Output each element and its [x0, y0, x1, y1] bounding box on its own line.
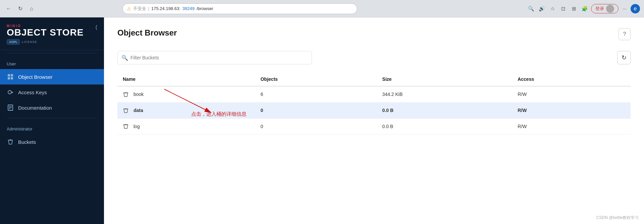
documentation-icon: [7, 104, 14, 111]
cell-name: log: [117, 118, 255, 134]
url-port: 39249: [182, 6, 195, 11]
bucket-table: Name Objects Size Access: [117, 72, 631, 134]
page-header: Object Browser ?: [117, 28, 631, 40]
logo-object-store: OBJECT STORE: [7, 28, 84, 37]
browser-actions: 🔍 🔊 ☆ ⊡ ⊞ 🧩 登录 ··· e: [527, 4, 640, 13]
sidebar-divider-top: [7, 53, 97, 53]
sidebar-item-access-keys[interactable]: Access Keys: [0, 85, 104, 100]
login-label: 登录: [595, 6, 604, 12]
object-browser-label: Object Browser: [18, 74, 53, 80]
back-button[interactable]: ←: [4, 4, 13, 13]
col-size: Size: [377, 72, 513, 86]
license-label: LICENSE: [22, 40, 37, 44]
url-base: 175.24.198.63:: [151, 6, 180, 11]
bucket-icon: [123, 107, 131, 114]
sidebar-divider-mid: [7, 118, 97, 118]
svg-rect-1: [11, 74, 13, 76]
access-keys-label: Access Keys: [18, 90, 47, 95]
watermark: CSDN @kettle教程学习: [596, 215, 639, 221]
cell-access-log: R/W: [512, 118, 631, 134]
buckets-label: Buckets: [18, 139, 36, 145]
warning-icon: ⚠: [127, 6, 131, 11]
cell-objects-data: 0: [255, 102, 377, 118]
read-aloud-icon[interactable]: 🔊: [537, 4, 547, 13]
address-bar[interactable]: ⚠ 不安全 | 175.24.198.63:39249/browser: [122, 3, 357, 14]
edge-icon: e: [631, 4, 640, 13]
table-row[interactable]: book 6 344.2 KiB R/W: [117, 86, 631, 102]
sidebar-header: MINIO OBJECT STORE AGPL LICENSE ⟨: [0, 17, 104, 50]
object-browser-icon: [7, 73, 14, 80]
sidebar-item-documentation[interactable]: Documentation: [0, 100, 104, 115]
page-title: Object Browser: [117, 28, 177, 38]
sidebar-item-buckets[interactable]: Buckets: [0, 134, 104, 150]
table-header: Name Objects Size Access: [117, 72, 631, 86]
home-button[interactable]: ⌂: [27, 4, 36, 13]
cell-name: book: [117, 86, 255, 102]
col-access: Access: [512, 72, 631, 86]
nav-buttons: ← ↻ ⌂: [4, 4, 36, 13]
access-keys-icon: [7, 89, 14, 96]
svg-rect-3: [11, 77, 13, 79]
cell-objects-log: 0: [255, 118, 377, 134]
extensions-icon[interactable]: 🧩: [580, 4, 590, 13]
cell-access-data: R/W: [512, 102, 631, 118]
svg-rect-2: [8, 77, 10, 79]
col-objects: Objects: [255, 72, 377, 86]
table-row[interactable]: data 0 0.0 B R/W: [117, 102, 631, 118]
main-content: Object Browser ? 🔍 ↻ Name Objects Size A…: [104, 17, 644, 224]
url-path: /browser: [197, 6, 213, 11]
login-button[interactable]: 登录: [591, 4, 619, 13]
table-body: book 6 344.2 KiB R/W: [117, 86, 631, 134]
bucket-name-log: log: [133, 124, 140, 129]
browser-chrome: ← ↻ ⌂ ⚠ 不安全 | 175.24.198.63:39249/browse…: [0, 0, 644, 17]
cell-objects-book: 6: [255, 86, 377, 102]
agpl-badge: AGPL: [7, 39, 20, 45]
refresh-button[interactable]: ↻: [15, 4, 25, 13]
filter-input-wrapper: 🔍: [117, 51, 312, 64]
filter-buckets-input[interactable]: [117, 51, 312, 64]
more-button[interactable]: ···: [620, 4, 629, 13]
buckets-icon: [7, 138, 14, 146]
sidebar-collapse-button[interactable]: ⟨: [95, 24, 97, 31]
svg-rect-0: [8, 74, 10, 76]
bucket-icon: [123, 91, 131, 98]
table-container: Name Objects Size Access: [117, 72, 631, 134]
cell-access-book: R/W: [512, 86, 631, 102]
favorite-icon[interactable]: ☆: [548, 4, 557, 13]
security-label: 不安全: [133, 6, 146, 12]
help-button[interactable]: ?: [619, 28, 631, 40]
sidebar-item-object-browser[interactable]: Object Browser: [0, 69, 104, 85]
minio-logo: MINIO OBJECT STORE AGPL LICENSE: [7, 24, 84, 45]
table-row[interactable]: log 0 0.0 B R/W: [117, 118, 631, 134]
cell-size-log: 0.0 B: [377, 118, 513, 134]
divider: |: [148, 6, 149, 11]
bucket-name-data: data: [133, 108, 143, 113]
refresh-button[interactable]: ↻: [617, 51, 631, 64]
cell-size-data: 0.0 B: [377, 102, 513, 118]
filter-search-icon: 🔍: [121, 55, 128, 61]
cell-size-book: 344.2 KiB: [377, 86, 513, 102]
avatar: [606, 5, 614, 13]
filter-row: 🔍 ↻: [117, 51, 631, 64]
col-name: Name: [117, 72, 255, 86]
app-container: MINIO OBJECT STORE AGPL LICENSE ⟨ User: [0, 17, 644, 224]
search-icon[interactable]: 🔍: [527, 4, 536, 13]
sidebar: MINIO OBJECT STORE AGPL LICENSE ⟨ User: [0, 17, 104, 224]
collections-icon[interactable]: ⊞: [570, 4, 579, 13]
cell-name: data: [117, 102, 255, 118]
bucket-name-book: book: [133, 92, 144, 97]
documentation-label: Documentation: [18, 105, 52, 111]
license-row: AGPL LICENSE: [7, 39, 84, 45]
split-view-icon[interactable]: ⊡: [559, 4, 568, 13]
user-section-label: User: [0, 56, 104, 69]
admin-section-label: Administrator: [0, 121, 104, 134]
bucket-icon: [123, 123, 131, 130]
